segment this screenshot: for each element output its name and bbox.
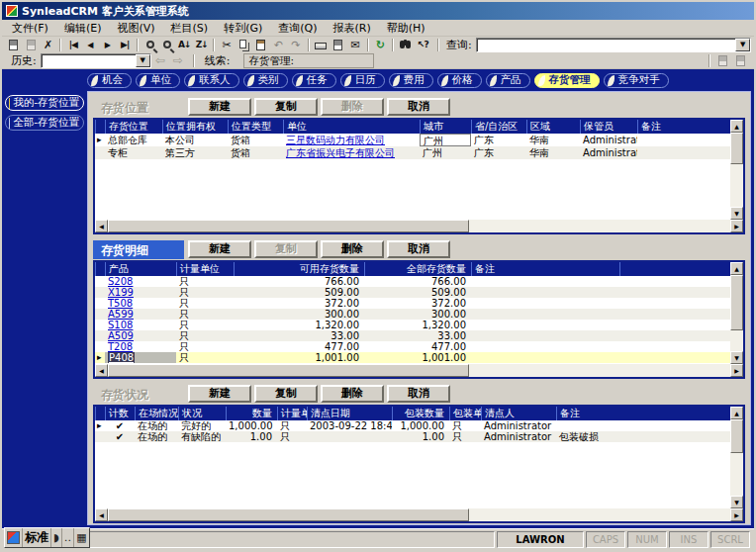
locations-new-button[interactable]: 新建 xyxy=(188,98,251,116)
history-value[interactable] xyxy=(42,54,136,67)
cell-total-qty[interactable]: 477.00 xyxy=(364,341,471,352)
cell-available-qty[interactable]: 1,320.00 xyxy=(234,320,364,330)
cell-total-qty[interactable]: 33.00 xyxy=(364,330,471,341)
cell-counted-checkmark[interactable]: ✔ xyxy=(105,431,135,442)
status-delete-button[interactable]: 删除 xyxy=(321,385,384,403)
cell-region[interactable]: 华南 xyxy=(526,134,580,146)
cell-note[interactable] xyxy=(471,320,619,330)
history-combobox[interactable]: ▼ xyxy=(41,53,151,68)
table-row-selected[interactable]: ▸ P408 只 1,001.00 1,001.00 xyxy=(95,352,730,363)
column-header[interactable]: 全部存货数量 xyxy=(364,262,471,276)
column-header[interactable]: 位置拥有权 xyxy=(162,120,228,134)
cell-checker[interactable]: Administrator xyxy=(481,420,556,431)
cell-company-link[interactable]: 三星数码动力有限公司 xyxy=(283,134,420,146)
cell-unit[interactable]: 只 xyxy=(176,309,234,320)
cell-city[interactable]: 广州 xyxy=(420,146,471,159)
cell-pack-quantity[interactable]: 1,000.00 xyxy=(392,420,449,431)
scroll-left-icon[interactable]: ◀ xyxy=(95,364,108,377)
cell-unit[interactable]: 只 xyxy=(176,276,234,287)
scrollbar-thumb[interactable] xyxy=(108,508,469,521)
cell-presence[interactable]: 在场的 xyxy=(135,431,178,442)
cell-keeper[interactable]: Administrator xyxy=(580,134,637,146)
print-preview-icon[interactable]: ✉ xyxy=(346,38,363,52)
scroll-up-icon[interactable]: ▲ xyxy=(730,262,743,275)
cell-note[interactable] xyxy=(471,352,619,363)
locations-copy-button[interactable]: 复制 xyxy=(254,98,318,116)
cell-available-qty[interactable]: 477.00 xyxy=(234,341,364,352)
tab-opportunity[interactable]: 机会 xyxy=(87,73,132,88)
tab-inventory-selected[interactable]: 存货管理 xyxy=(534,73,600,88)
cell-note[interactable] xyxy=(556,420,730,431)
cell-company-link[interactable]: 广东省振兴电子有限公司 xyxy=(283,146,420,159)
back-icon[interactable]: ⇦ xyxy=(151,53,169,67)
column-header[interactable]: 计量单位 xyxy=(277,407,307,420)
menu-file[interactable]: 文件(F) xyxy=(4,20,56,37)
column-header[interactable]: 清点人 xyxy=(481,407,556,420)
cell-unit[interactable]: 只 xyxy=(277,420,307,431)
column-header[interactable]: 区域 xyxy=(526,120,580,134)
cell-counted-checkmark[interactable]: ✔ xyxy=(105,420,135,431)
new-from-template-icon[interactable] xyxy=(22,38,39,52)
first-record-icon[interactable]: |◀ xyxy=(64,38,81,52)
cell-condition[interactable]: 有缺陷的 xyxy=(178,431,226,442)
menu-report[interactable]: 报表(R) xyxy=(326,20,379,37)
scrollbar-thumb[interactable] xyxy=(730,419,743,453)
scrollbar-thumb[interactable] xyxy=(730,275,743,330)
vertical-scrollbar[interactable]: ▲ ▼ xyxy=(730,120,743,220)
redo-icon[interactable]: ↷ xyxy=(287,38,304,52)
cell-product-link[interactable]: T208 xyxy=(105,341,176,352)
cell-unit[interactable]: 只 xyxy=(277,431,307,442)
tab-price[interactable]: 价格 xyxy=(437,73,482,88)
table-row[interactable]: S108 只 1,320.00 1,320.00 xyxy=(95,320,730,330)
cut-icon[interactable]: ✂ xyxy=(218,38,235,52)
menu-goto[interactable]: 转到(G) xyxy=(216,20,270,37)
cell-total-qty[interactable]: 766.00 xyxy=(364,276,471,287)
table-row[interactable]: ▸ 总部仓库 本公司 货箱 三星数码动力有限公司 广州 广东 华南 Admini… xyxy=(95,134,730,146)
tab-contact[interactable]: 联系人 xyxy=(184,73,239,88)
column-header[interactable]: 清点日期 xyxy=(307,407,392,420)
table-row[interactable]: T508 只 372.00 372.00 xyxy=(95,298,730,309)
cell-location[interactable]: 总部仓库 xyxy=(105,134,162,146)
refresh-icon[interactable]: ↻ xyxy=(372,38,389,52)
delete-record-icon[interactable]: ✗ xyxy=(40,38,56,52)
cell-province[interactable]: 广东 xyxy=(471,134,526,146)
cell-available-qty[interactable]: 766.00 xyxy=(234,276,364,287)
cell-total-qty[interactable]: 300.00 xyxy=(364,309,471,320)
tab-company[interactable]: 单位 xyxy=(136,73,180,88)
cell-available-qty[interactable]: 509.00 xyxy=(234,287,364,298)
column-header[interactable]: 数量 xyxy=(226,407,277,420)
cell-ownership[interactable]: 第三方 xyxy=(162,146,228,159)
cell-available-qty[interactable]: 33.00 xyxy=(234,330,364,341)
sidebar-item-my-inventory-locations[interactable]: 我的-存货位置 xyxy=(5,95,84,111)
cell-note[interactable] xyxy=(471,341,619,352)
cell-available-qty[interactable]: 1,001.00 xyxy=(234,352,364,363)
find-binoculars-icon[interactable] xyxy=(397,38,414,52)
query-dropdown-arrow[interactable]: ▼ xyxy=(735,39,750,51)
query-value[interactable] xyxy=(477,39,735,51)
cell-note[interactable] xyxy=(471,287,619,298)
column-header[interactable]: 在场情况 xyxy=(135,407,178,420)
column-header[interactable]: 位置类型 xyxy=(228,120,283,134)
column-header[interactable]: 存货位置 xyxy=(105,120,162,134)
forward-icon[interactable]: ⇨ xyxy=(169,53,187,67)
status-new-button[interactable]: 新建 xyxy=(188,385,251,403)
tab-expense[interactable]: 费用 xyxy=(389,73,433,88)
column-header[interactable]: 状况 xyxy=(178,407,226,420)
sort-ascending-icon[interactable]: A↓ xyxy=(176,38,193,52)
prev-record-icon[interactable]: ◀ xyxy=(82,38,99,52)
cell-pack-quantity[interactable]: 1.00 xyxy=(392,431,449,442)
cell-total-qty[interactable]: 509.00 xyxy=(364,287,471,298)
cell-product-link[interactable]: A509 xyxy=(105,330,176,341)
table-row[interactable]: 专柜 第三方 货箱 广东省振兴电子有限公司 广州 广东 华南 Administr… xyxy=(95,146,730,159)
tab-category[interactable]: 类别 xyxy=(243,73,288,88)
cell-quantity[interactable]: 1,000.00 xyxy=(226,420,277,431)
scroll-down-icon[interactable]: ▼ xyxy=(730,351,743,364)
scroll-up-icon[interactable]: ▲ xyxy=(730,407,743,419)
notebook-edit-icon[interactable] xyxy=(731,53,749,68)
ime-halfwidth-moon-icon[interactable]: ◗ xyxy=(51,528,62,547)
column-header[interactable]: 保管员 xyxy=(580,120,637,134)
ime-punctuation-icon[interactable]: ‥ xyxy=(62,528,74,547)
table-row[interactable]: A599 只 300.00 300.00 xyxy=(95,309,730,320)
cell-available-qty[interactable]: 372.00 xyxy=(234,298,364,309)
menu-columns[interactable]: 栏目(S) xyxy=(163,20,217,37)
